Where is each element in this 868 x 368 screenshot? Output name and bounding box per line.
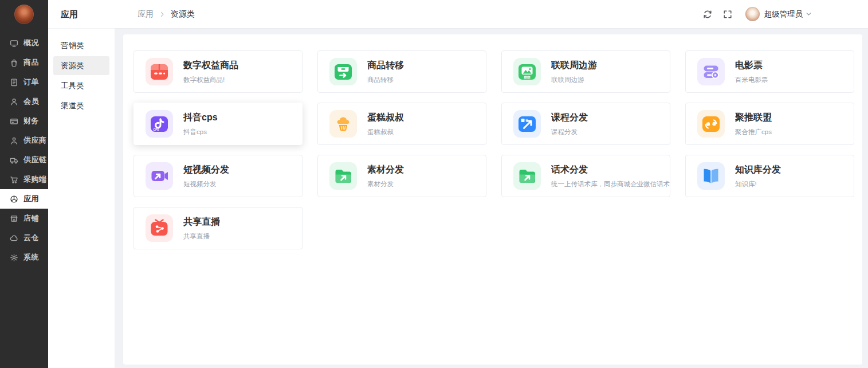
apps-icon bbox=[10, 195, 18, 203]
course-icon bbox=[513, 110, 541, 138]
transfer-icon bbox=[329, 58, 357, 85]
main-column: 应用 资源类 超级管理员 数字权益商品 数字权益商品! 商品转移 商品转移 联联 bbox=[115, 0, 868, 368]
douyin-icon: CPS bbox=[146, 110, 173, 138]
ticket-icon bbox=[697, 58, 725, 85]
chevron-right-icon bbox=[159, 11, 166, 18]
app-card-title: 数字权益商品 bbox=[183, 60, 238, 72]
primary-nav-item-system[interactable]: 系统 bbox=[0, 248, 48, 267]
app-card-title: 短视频分发 bbox=[183, 164, 229, 176]
bag-icon bbox=[10, 58, 18, 67]
primary-nav-item-shops[interactable]: 店铺 bbox=[0, 209, 48, 228]
cloud-icon bbox=[10, 234, 18, 242]
svg-text:CPS: CPS bbox=[154, 128, 160, 131]
union-icon bbox=[697, 110, 725, 138]
secondary-nav-item-resource[interactable]: 资源类 bbox=[53, 56, 109, 75]
primary-nav-label: 会员 bbox=[23, 96, 39, 107]
primary-nav-item-members[interactable]: 会员 bbox=[0, 92, 48, 111]
travel-icon: 联联 bbox=[513, 58, 541, 85]
app-card-subtitle: 联联周边游 bbox=[551, 76, 597, 84]
topbar-action-buttons bbox=[701, 7, 741, 21]
clipboard-icon bbox=[10, 78, 18, 87]
primary-nav-label: 供应商 bbox=[23, 135, 47, 146]
app-card-subtitle: 素材分发 bbox=[367, 180, 404, 189]
apps-panel: 数字权益商品 数字权益商品! 商品转移 商品转移 联联 联联周边游 联联周边游 … bbox=[123, 34, 862, 365]
primary-nav-label: 云仓 bbox=[23, 233, 39, 243]
app-card-subtitle: 聚合推广cps bbox=[735, 128, 772, 136]
secondary-sidebar: 应用 营销类资源类工具类渠道类 bbox=[48, 0, 115, 368]
svg-text:联联: 联联 bbox=[523, 76, 531, 79]
app-card-title: 抖音cps bbox=[183, 112, 218, 124]
primary-nav-item-cloud-warehouse[interactable]: 云仓 bbox=[0, 228, 48, 248]
secondary-nav-item-channel[interactable]: 渠道类 bbox=[53, 96, 109, 115]
primary-nav: 概况 商品 订单 会员 财务 供应商 供应链 采购端 应用 店铺 云仓 系统 bbox=[0, 33, 48, 267]
breadcrumb-item-apps[interactable]: 应用 bbox=[138, 9, 154, 19]
fullscreen-icon bbox=[723, 10, 732, 19]
refresh-button[interactable] bbox=[701, 7, 714, 21]
folder-share-icon bbox=[513, 162, 541, 190]
app-card[interactable]: 共享直播 共享直播 bbox=[133, 207, 303, 249]
primary-nav-item-suppliers[interactable]: 供应商 bbox=[0, 131, 48, 150]
app-card-title: 共享直播 bbox=[183, 216, 220, 228]
primary-nav-item-supply-chain[interactable]: 供应链 bbox=[0, 150, 48, 170]
breadcrumb: 应用 资源类 bbox=[138, 9, 195, 19]
app-card[interactable]: 知识库分发 知识库! bbox=[685, 155, 854, 197]
app-card-title: 素材分发 bbox=[367, 164, 404, 176]
live-icon bbox=[146, 214, 173, 242]
app-logo[interactable] bbox=[14, 5, 34, 24]
app-card-title: 知识库分发 bbox=[735, 164, 781, 176]
app-card[interactable]: 话术分发 统一上传话术库，同步商城企业微信话术库 bbox=[501, 155, 670, 197]
content-area: 数字权益商品 数字权益商品! 商品转移 商品转移 联联 联联周边游 联联周边游 … bbox=[115, 29, 868, 368]
user-tie-icon bbox=[10, 136, 18, 145]
app-card[interactable]: 课程分发 课程分发 bbox=[501, 103, 670, 145]
user-menu[interactable]: 超级管理员 bbox=[745, 7, 812, 21]
app-card[interactable]: 商品转移 商品转移 bbox=[317, 50, 486, 93]
primary-nav-item-procurement[interactable]: 采购端 bbox=[0, 170, 48, 189]
app-card[interactable]: 素材分发 素材分发 bbox=[317, 155, 486, 197]
secondary-sidebar-title: 应用 bbox=[48, 0, 115, 29]
app-card[interactable]: 电影票 百米电影票 bbox=[685, 50, 854, 93]
primary-nav-item-overview[interactable]: 概况 bbox=[0, 33, 48, 53]
video-icon bbox=[146, 162, 173, 190]
primary-nav-item-goods[interactable]: 商品 bbox=[0, 53, 48, 72]
primary-nav-item-orders[interactable]: 订单 bbox=[0, 72, 48, 92]
primary-nav-label: 订单 bbox=[23, 77, 39, 87]
app-card-subtitle: 知识库! bbox=[735, 180, 781, 189]
app-card-subtitle: 抖音cps bbox=[183, 128, 218, 136]
wallet-icon bbox=[10, 117, 18, 126]
app-card-title: 课程分发 bbox=[551, 112, 588, 124]
app-card-title: 商品转移 bbox=[367, 60, 404, 72]
user-icon bbox=[10, 97, 18, 106]
primary-nav-label: 商品 bbox=[23, 57, 39, 68]
app-card[interactable]: CPS 抖音cps 抖音cps bbox=[133, 103, 303, 145]
app-card[interactable]: 聚推联盟 聚合推广cps bbox=[685, 103, 854, 145]
primary-nav-label: 采购端 bbox=[23, 174, 47, 185]
primary-nav-label: 系统 bbox=[23, 252, 39, 263]
app-card-title: 联联周边游 bbox=[551, 60, 597, 72]
primary-nav-item-apps[interactable]: 应用 bbox=[0, 189, 48, 209]
app-card[interactable]: 联联 联联周边游 联联周边游 bbox=[501, 50, 670, 93]
chevron-down-icon bbox=[806, 11, 812, 17]
truck-icon bbox=[10, 156, 18, 165]
app-card-subtitle: 蛋糕叔叔 bbox=[367, 128, 404, 136]
app-card-subtitle: 统一上传话术库，同步商城企业微信话术库 bbox=[551, 180, 670, 189]
primary-nav-label: 应用 bbox=[23, 194, 39, 204]
cake-icon bbox=[329, 110, 357, 138]
app-card-subtitle: 数字权益商品! bbox=[183, 76, 238, 84]
app-card-title: 聚推联盟 bbox=[735, 112, 772, 124]
apps-grid: 数字权益商品 数字权益商品! 商品转移 商品转移 联联 联联周边游 联联周边游 … bbox=[133, 50, 854, 249]
app-card-subtitle: 商品转移 bbox=[367, 76, 404, 84]
secondary-nav-item-marketing[interactable]: 营销类 bbox=[53, 36, 109, 55]
fullscreen-button[interactable] bbox=[721, 7, 735, 21]
primary-nav-label: 财务 bbox=[23, 116, 39, 126]
app-card[interactable]: 蛋糕叔叔 蛋糕叔叔 bbox=[317, 103, 486, 145]
gear-icon bbox=[10, 253, 18, 262]
app-card[interactable]: 数字权益商品 数字权益商品! bbox=[133, 50, 303, 93]
primary-nav-label: 概况 bbox=[23, 38, 39, 48]
secondary-nav-item-tools[interactable]: 工具类 bbox=[53, 76, 109, 95]
primary-nav-item-finance[interactable]: 财务 bbox=[0, 111, 48, 131]
primary-nav-label: 供应链 bbox=[23, 155, 47, 165]
topbar: 应用 资源类 超级管理员 bbox=[115, 0, 868, 29]
app-card[interactable]: 短视频分发 短视频分发 bbox=[133, 155, 303, 197]
primary-sidebar: 概况 商品 订单 会员 财务 供应商 供应链 采购端 应用 店铺 云仓 系统 bbox=[0, 0, 48, 368]
app-card-subtitle: 课程分发 bbox=[551, 128, 588, 136]
